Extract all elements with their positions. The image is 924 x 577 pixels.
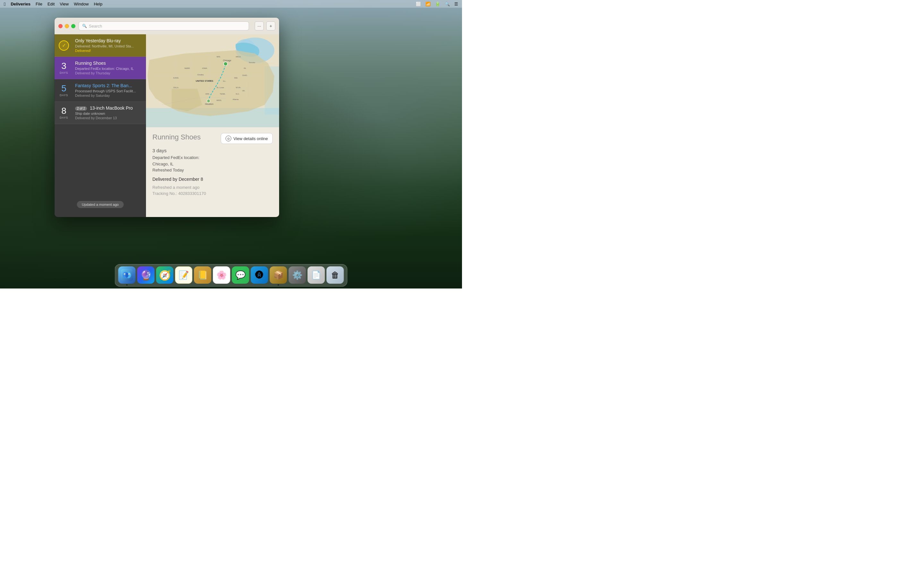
detail-location-label: Departed FedEx location: — [152, 155, 273, 161]
delivery-title: Only Yesterday Blu-ray — [75, 38, 143, 43]
svg-text:MISS.
            TEXAS
      : MISS. TEXAS Dallas LA. New Orleans San A… — [216, 99, 222, 101]
deliveries-icon: 📦 — [273, 270, 284, 280]
svg-point-55 — [126, 272, 129, 277]
dock-item-preview[interactable]: 📄 — [308, 266, 325, 284]
search-placeholder: Search — [89, 24, 102, 29]
days-label: DAYS — [60, 116, 68, 119]
appstore-icon: 🅐 — [255, 270, 264, 280]
delivery-subtitle: Ship date unknown — [75, 111, 143, 115]
desktop:  Deliveries File Edit View Window Help … — [0, 0, 462, 288]
dock-item-messages[interactable]: 💬 — [232, 266, 249, 284]
menubar-window[interactable]: Window — [74, 2, 89, 6]
delivery-badge: 2 of 2 — [75, 106, 87, 111]
delivery-item-running-shoes[interactable]: 3 DAYS Running Shoes Departed FedEx loca… — [55, 57, 146, 79]
svg-text:NEBR.: NEBR. — [184, 67, 191, 69]
menubar-file[interactable]: File — [36, 2, 42, 6]
delivery-title: Running Shoes — [75, 61, 143, 66]
detail-delivery-date: Delivered by December 8 — [152, 177, 273, 182]
siri-icon: 🔮 — [140, 269, 152, 281]
dock-item-deliveries[interactable]: 📦 — [270, 266, 287, 284]
view-details-button[interactable]: ⊙ View details online — [221, 133, 273, 144]
detail-package-title: Running Shoes — [152, 133, 200, 141]
wifi-icon[interactable]: 📶 — [425, 2, 431, 6]
maximize-button[interactable] — [71, 24, 75, 28]
delivery-item-only-yesterday[interactable]: ✓ Only Yesterday Blu-ray Delivered: Nort… — [55, 34, 146, 57]
detail-panel: Chicago Houston Minneapolis WIS. MICH. T… — [146, 34, 279, 217]
battery-icon[interactable]: 🔋 — [435, 2, 440, 6]
dock-item-safari[interactable]: 🧭 — [156, 266, 174, 284]
delivery-days: 3 DAYS — [55, 57, 73, 79]
search-bar[interactable]: 🔍 Search — [79, 21, 249, 31]
delivery-title: 2 of 2 13-inch MacBook Pro — [75, 105, 143, 111]
dock-item-photos[interactable]: 🌸 — [213, 266, 230, 284]
dock-item-siri[interactable]: 🔮 — [137, 266, 155, 284]
delivery-info: 2 of 2 13-inch MacBook Pro Ship date unk… — [73, 102, 146, 124]
days-number: 8 — [61, 106, 66, 115]
menubar-app-name[interactable]: Deliveries — [11, 2, 30, 6]
menubar-help[interactable]: Help — [94, 2, 102, 6]
delivery-subtitle: Departed FedEx location: Chicago, IL — [75, 67, 143, 71]
notes-icon: 📝 — [179, 270, 189, 280]
svg-text:Omaha: Omaha — [197, 74, 204, 76]
delivery-days: 5 DAYS — [55, 79, 73, 101]
delivery-subtitle: Processed through USPS Sort Facilit... — [75, 89, 143, 93]
dock-item-system-prefs[interactable]: ⚙️ — [289, 266, 306, 284]
search-icon[interactable]: 🔍 — [445, 2, 450, 6]
finder-icon — [121, 269, 133, 281]
delivery-info: Fantasy Sports 2: The Ban... Processed t… — [73, 79, 146, 101]
svg-text:TENN.: TENN. — [220, 93, 226, 95]
safari-icon: 🧭 — [159, 269, 171, 281]
dock: 🔮 🧭 📝 📒 🌸 💬 🅐 📦 ⚙️ 📄 — [115, 264, 347, 287]
svg-text:OKLA.: OKLA. — [173, 87, 179, 89]
more-options-button[interactable]: ··· — [255, 21, 264, 31]
add-delivery-button[interactable]: + — [266, 21, 275, 31]
menubar-left:  Deliveries File Edit View Window Help — [4, 1, 102, 7]
menubar-view[interactable]: View — [60, 2, 69, 6]
svg-text:ILL.: ILL. — [223, 80, 226, 82]
dock-item-notes[interactable]: 📝 — [175, 266, 192, 284]
delivery-status: Delivered by December 13 — [75, 116, 143, 120]
detail-header: Running Shoes ⊙ View details online — [152, 133, 273, 144]
svg-text:Chicago: Chicago — [223, 59, 231, 62]
svg-text:OHIO: OHIO — [242, 74, 247, 76]
svg-text:MICH.: MICH. — [236, 56, 241, 58]
days-number: 5 — [61, 84, 66, 93]
svg-text:N.C.: N.C. — [236, 93, 240, 95]
notification-icon[interactable]: ☰ — [454, 2, 458, 6]
delivery-item-macbook-pro[interactable]: 8 DAYS 2 of 2 13-inch MacBook Pro Ship d… — [55, 102, 146, 124]
detail-tracking: Tracking No.: 402833301170 — [152, 190, 273, 197]
delivery-check: ✓ — [55, 34, 73, 56]
dock-item-notefile[interactable]: 📒 — [194, 266, 212, 284]
titlebar: 🔍 Search ··· + — [55, 18, 279, 34]
traffic-lights — [58, 24, 75, 28]
svg-text:MO.: MO. — [208, 80, 212, 82]
delivery-title: Fantasy Sports 2: The Ban... — [75, 83, 143, 88]
close-button[interactable] — [58, 24, 63, 28]
svg-text:St. Louis: St. Louis — [216, 87, 224, 89]
view-btn-label: View details online — [234, 136, 268, 141]
delivery-days: 8 DAYS — [55, 102, 73, 124]
svg-text:VA.: VA. — [242, 90, 246, 92]
menubar-edit[interactable]: Edit — [47, 2, 55, 6]
dock-item-trash[interactable]: 🗑 — [326, 266, 344, 284]
airplay-icon[interactable]: ⬜ — [416, 2, 421, 6]
trash-icon: 🗑 — [331, 270, 339, 280]
delivery-status: Delivered by Saturday — [75, 93, 143, 97]
search-icon-inner: 🔍 — [82, 24, 87, 28]
dock-item-appstore[interactable]: 🅐 — [251, 266, 268, 284]
sidebar: ✓ Only Yesterday Blu-ray Delivered: Nort… — [55, 34, 146, 217]
days-label: DAYS — [60, 93, 68, 97]
titlebar-actions: ··· + — [255, 21, 275, 31]
delivery-item-fantasy-sports[interactable]: 5 DAYS Fantasy Sports 2: The Ban... Proc… — [55, 79, 146, 102]
map-area: Chicago Houston Minneapolis WIS. MICH. T… — [146, 34, 279, 127]
svg-text:W.VA.: W.VA. — [236, 87, 241, 89]
delivery-info: Only Yesterday Blu-ray Delivered: Northv… — [73, 34, 146, 56]
svg-point-57 — [124, 274, 125, 275]
apple-menu[interactable]:  — [4, 1, 5, 7]
svg-text:Atlanta: Atlanta — [233, 98, 239, 100]
dock-item-finder[interactable] — [118, 266, 136, 284]
checkmark-icon: ✓ — [59, 40, 69, 51]
minimize-button[interactable] — [65, 24, 69, 28]
svg-point-13 — [224, 62, 228, 66]
detail-refreshed-today: Refreshed Today — [152, 167, 273, 173]
